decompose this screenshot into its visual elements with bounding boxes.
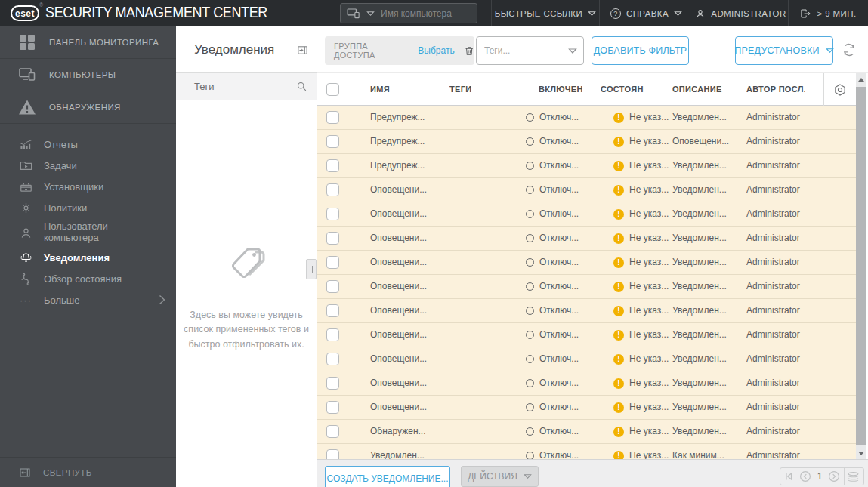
table-row[interactable]: Оповещени... Отключ... ! Не указ... Увед… (317, 396, 856, 420)
status-warning-icon: ! (613, 451, 624, 459)
disabled-ring-icon (526, 379, 534, 387)
row-checkbox[interactable] (326, 425, 339, 438)
row-description: Как миним... (672, 444, 724, 459)
first-page-icon[interactable] (780, 471, 797, 482)
access-group-chip: ГРУППА ДОСТУПА Выбрать (325, 36, 474, 65)
table-row[interactable]: Предупреж... Отключ... ! Не указ... Увед… (317, 106, 856, 130)
reports-icon (20, 138, 32, 151)
presets-button[interactable]: ПРЕДУСТАНОВКИ (735, 36, 833, 65)
row-checkbox[interactable] (326, 280, 339, 293)
column-header-status[interactable]: СОСТОЯНИЕ (601, 73, 644, 106)
sidebar-item-installers[interactable]: Установщики (0, 176, 176, 197)
sidebar-item-tasks[interactable]: Задачи (0, 155, 176, 176)
row-checkbox[interactable] (326, 256, 339, 269)
row-checkbox[interactable] (326, 183, 339, 196)
row-name: Предупреж... (370, 130, 425, 153)
column-header-description[interactable]: ОПИСАНИЕ (672, 73, 722, 106)
scrollbar-thumb[interactable] (856, 87, 866, 445)
row-checkbox[interactable] (326, 159, 339, 172)
sidebar-item-policies[interactable]: Политики (0, 197, 176, 218)
create-notification-button[interactable]: СОЗДАТЬ УВЕДОМЛЕНИЕ... (325, 466, 450, 487)
sidebar-item-reports[interactable]: Отчеты (0, 134, 176, 155)
panel-splitter-handle[interactable] (306, 259, 317, 279)
sidebar-item-status-overview[interactable]: Обзор состояния (0, 268, 176, 289)
table-row[interactable]: Оповещени... Отключ... ! Не указ... Увед… (317, 371, 856, 396)
quick-links-menu[interactable]: БЫСТРЫЕ ССЫЛКИ (491, 0, 599, 26)
row-name: Оповещени... (370, 227, 427, 250)
row-checkbox[interactable] (326, 328, 339, 341)
row-checkbox[interactable] (326, 353, 339, 365)
row-checkbox[interactable] (326, 135, 339, 148)
row-checkbox[interactable] (326, 111, 339, 124)
sidebar-item-computer-users[interactable]: Пользователи компьютера (0, 218, 176, 247)
user-menu[interactable]: ADMINISTRATOR (693, 0, 788, 26)
sidebar-item-detections[interactable]: ОБНАРУЖЕНИЯ (0, 91, 176, 124)
status-warning-icon: ! (613, 402, 624, 413)
table-row[interactable]: Оповещени... Отключ... ! Не указ... Увед… (317, 323, 856, 347)
next-page-icon[interactable] (826, 470, 842, 482)
access-group-select-link[interactable]: Выбрать (418, 45, 454, 56)
warning-triangle-icon (18, 98, 36, 116)
page-size-layers-icon[interactable] (845, 471, 861, 482)
row-status: Не указ... (629, 106, 669, 129)
column-header-name[interactable]: ИМЯ (370, 73, 390, 106)
scroll-up-icon[interactable] (856, 73, 866, 85)
help-menu[interactable]: ? СПРАВКА (599, 0, 693, 26)
tags-filter-row[interactable]: Теги (176, 73, 317, 100)
table-row[interactable]: Уведомлен... Отключ... ! Не указ... Как … (317, 444, 856, 459)
combo-chevron-icon[interactable] (561, 37, 583, 64)
actions-button[interactable]: ДЕЙСТВИЯ (461, 466, 539, 487)
refresh-icon[interactable] (842, 42, 857, 57)
table-row[interactable]: Предупреж... Отключ... ! Не указ... Опов… (317, 130, 856, 154)
column-settings-gear-icon[interactable] (823, 73, 856, 106)
logout-icon (800, 8, 811, 19)
scroll-down-icon[interactable] (856, 447, 866, 459)
row-author: Administrator (746, 420, 800, 443)
collapse-tags-panel-icon[interactable] (297, 45, 308, 56)
row-checkbox[interactable] (326, 449, 339, 459)
column-header-enabled[interactable]: ВКЛЮЧЕНО (539, 73, 582, 106)
row-checkbox[interactable] (326, 232, 339, 245)
vertical-scrollbar[interactable] (856, 73, 866, 459)
disabled-ring-icon (526, 186, 534, 194)
row-name: Оповещени... (370, 396, 427, 419)
table-row[interactable]: Предупреж... Отключ... ! Не указ... Увед… (317, 154, 856, 178)
row-description: Уведомлен... (672, 323, 727, 347)
search-input[interactable] (381, 8, 471, 19)
chevron-down-icon (524, 473, 532, 479)
table-row[interactable]: Оповещени... Отключ... ! Не указ... Увед… (317, 347, 856, 371)
tags-filter-combo[interactable] (476, 36, 584, 65)
table-row[interactable]: Оповещени... Отключ... ! Не указ... Увед… (317, 299, 856, 323)
sidebar-item-computers[interactable]: КОМПЬЮТЕРЫ (0, 59, 176, 91)
sidebar-item-more[interactable]: ··· Больше (0, 289, 176, 310)
column-header-tags[interactable]: ТЕГИ (449, 73, 471, 106)
row-status: Не указ... (629, 420, 669, 443)
row-description: Уведомлен... (672, 178, 727, 202)
column-header-author[interactable]: АВТОР ПОСЛ. (746, 73, 805, 106)
row-checkbox[interactable] (326, 208, 339, 220)
add-filter-button[interactable]: ДОБАВИТЬ ФИЛЬТР (592, 36, 689, 65)
table-row[interactable]: Оповещени... Отключ... ! Не указ... Увед… (317, 202, 856, 227)
session-timeout[interactable]: > 9 МИН. (788, 0, 868, 26)
policies-icon (20, 202, 32, 214)
search-scope-chevron-icon[interactable] (366, 11, 375, 17)
table-row[interactable]: Оповещени... Отключ... ! Не указ... Увед… (317, 178, 856, 202)
row-name: Обнаружен... (370, 420, 426, 443)
row-checkbox[interactable] (326, 401, 339, 414)
row-checkbox[interactable] (326, 304, 339, 317)
computer-search-box[interactable] (340, 3, 477, 23)
sidebar-item-label: ПАНЕЛЬ МОНИТОРИНГА (49, 38, 159, 47)
previous-page-icon[interactable] (797, 470, 814, 482)
row-checkbox[interactable] (326, 377, 339, 390)
sidebar-item-notifications[interactable]: Уведомления (0, 247, 176, 268)
row-status: Не указ... (629, 299, 669, 322)
tags-filter-input[interactable] (484, 37, 556, 64)
trash-icon[interactable] (464, 45, 474, 57)
sidebar-item-dashboard[interactable]: ПАНЕЛЬ МОНИТОРИНГА (0, 26, 176, 59)
table-row[interactable]: Оповещени... Отключ... ! Не указ... Увед… (317, 227, 856, 251)
table-row[interactable]: Обнаружен... Отключ... ! Не указ... Увед… (317, 420, 856, 444)
table-row[interactable]: Оповещени... Отключ... ! Не указ... Увед… (317, 275, 856, 299)
table-row[interactable]: Оповещени... Отключ... ! Не указ... Увед… (317, 251, 856, 275)
sidebar-collapse-button[interactable]: СВЕРНУТЬ (0, 457, 176, 487)
select-all-checkbox[interactable] (326, 83, 339, 96)
